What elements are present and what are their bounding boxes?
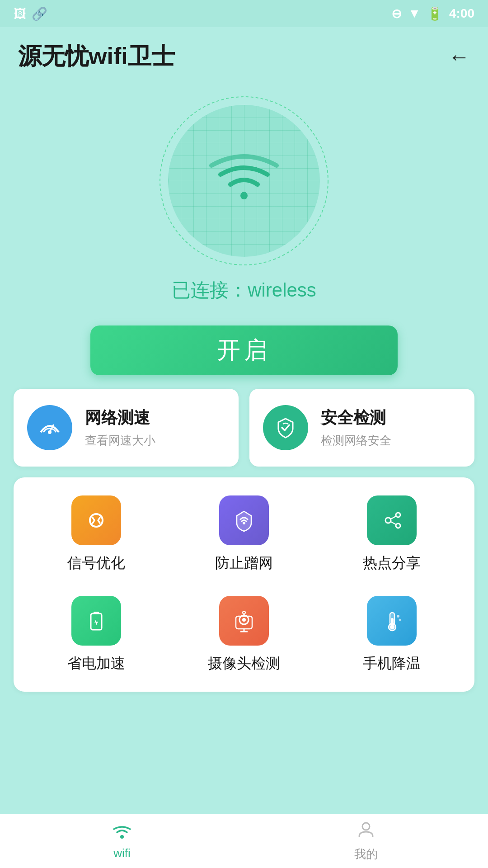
camera-detect-icon xyxy=(219,596,269,646)
radar-grid xyxy=(168,105,320,257)
svg-point-6 xyxy=(396,524,400,528)
wifi-nav-tab[interactable]: wifi xyxy=(0,814,244,868)
battery-icon: 🔋 xyxy=(427,6,443,21)
svg-point-25 xyxy=(362,823,370,830)
svg-point-3 xyxy=(243,522,245,524)
signal-optimize-label: 信号优化 xyxy=(67,553,125,573)
bottom-nav: wifi 我的 xyxy=(0,814,488,868)
signal-icon: ⊖ xyxy=(391,6,402,21)
start-button-label: 开启 xyxy=(217,335,271,366)
camera-detect-item[interactable]: 摄像头检测 xyxy=(199,596,289,674)
speed-test-subtitle: 查看网速大小 xyxy=(85,433,155,448)
battery-save-icon xyxy=(71,596,121,646)
cards-row: 网络测速 查看网速大小 安全检测 检测网络安全 xyxy=(0,389,488,467)
svg-point-23 xyxy=(399,619,401,621)
image-icon: 🖼 xyxy=(14,6,26,21)
phone-cool-icon xyxy=(367,596,417,646)
radar-inner xyxy=(168,105,320,257)
my-nav-tab[interactable]: 我的 xyxy=(244,814,488,868)
svg-point-2 xyxy=(48,430,52,434)
phone-cool-label: 手机降温 xyxy=(363,654,421,674)
my-nav-label: 我的 xyxy=(354,846,378,862)
svg-point-12 xyxy=(242,618,246,622)
wifi-nav-label: wifi xyxy=(113,846,131,860)
hotspot-share-icon xyxy=(367,495,417,545)
hotspot-share-label: 热点分享 xyxy=(363,553,421,573)
speed-test-title: 网络测速 xyxy=(85,407,155,429)
link-icon: 🔗 xyxy=(32,6,47,21)
status-right-icons: ⊖ ▼ 🔋 4:00 xyxy=(391,6,474,21)
status-left-icons: 🖼 🔗 xyxy=(14,6,47,21)
battery-save-item[interactable]: 省电加速 xyxy=(51,596,141,674)
back-button[interactable]: ← xyxy=(448,44,470,69)
svg-line-7 xyxy=(391,516,396,519)
speed-test-text: 网络测速 查看网速大小 xyxy=(85,407,155,448)
grid-panel: 信号优化 防止蹭网 xyxy=(14,477,474,692)
connected-text: 已连接：wireless xyxy=(172,278,316,303)
svg-point-4 xyxy=(385,518,391,523)
radar-section: 已连接：wireless xyxy=(0,81,488,312)
svg-rect-10 xyxy=(94,612,99,614)
grid-row-2: 省电加速 摄像头检测 xyxy=(23,596,465,674)
hotspot-share-item[interactable]: 热点分享 xyxy=(347,495,437,573)
svg-point-24 xyxy=(120,835,124,839)
phone-cool-item[interactable]: 手机降温 xyxy=(347,596,437,674)
wifi-status-icon: ▼ xyxy=(408,6,421,21)
prevent-freeload-icon xyxy=(219,495,269,545)
speed-test-card[interactable]: 网络测速 查看网速大小 xyxy=(14,389,239,467)
battery-save-label: 省电加速 xyxy=(67,654,125,674)
security-check-card[interactable]: 安全检测 检测网络安全 xyxy=(249,389,474,467)
app-title: 源无忧wifi卫士 xyxy=(18,41,175,72)
svg-point-17 xyxy=(243,611,245,614)
security-check-text: 安全检测 检测网络安全 xyxy=(321,407,391,448)
svg-point-5 xyxy=(396,513,400,517)
svg-point-21 xyxy=(390,625,394,629)
security-check-icon xyxy=(263,405,308,450)
prevent-freeload-label: 防止蹭网 xyxy=(215,553,273,573)
wifi-nav-icon xyxy=(113,822,131,844)
prevent-freeload-item[interactable]: 防止蹭网 xyxy=(199,495,289,573)
security-check-title: 安全检测 xyxy=(321,407,391,429)
grid-row-1: 信号优化 防止蹭网 xyxy=(23,495,465,573)
radar-container xyxy=(158,95,330,267)
clock: 4:00 xyxy=(449,6,474,21)
header: 源无忧wifi卫士 ← xyxy=(0,27,488,81)
signal-optimize-icon xyxy=(71,495,121,545)
speed-test-icon xyxy=(27,405,72,450)
status-bar: 🖼 🔗 ⊖ ▼ 🔋 4:00 xyxy=(0,0,488,27)
camera-detect-label: 摄像头检测 xyxy=(208,654,280,674)
signal-optimize-item[interactable]: 信号优化 xyxy=(51,495,141,573)
svg-line-8 xyxy=(391,522,396,524)
security-check-subtitle: 检测网络安全 xyxy=(321,433,391,448)
svg-point-22 xyxy=(397,615,399,618)
start-button[interactable]: 开启 xyxy=(90,326,398,375)
my-nav-icon xyxy=(357,820,375,844)
